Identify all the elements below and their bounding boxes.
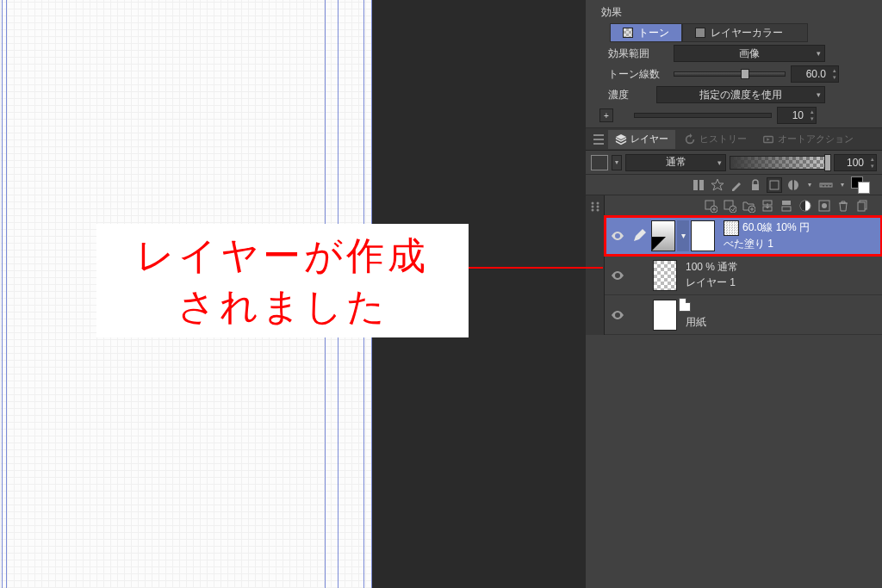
new-folder-icon[interactable] [741,198,756,214]
layer-color-swatch[interactable] [591,155,608,170]
visibility-toggle[interactable] [605,270,630,281]
reference-layer-icon[interactable] [710,177,725,193]
merge-down-icon[interactable] [779,198,794,214]
annotation-text-1: レイヤーが作成 [136,230,429,281]
tab-layer-color[interactable]: レイヤーカラー [682,23,808,42]
density-dropdown[interactable]: 指定の濃度を使用 [656,86,825,103]
tone-lines-label: トーン線数 [608,67,668,82]
opacity-field[interactable]: 100 ▴▾ [834,154,877,171]
layer-list: ▾ 60.0線 10% 円 べた塗り 1 [605,216,882,335]
history-icon [684,133,696,145]
svg-point-10 [591,206,593,208]
new-vector-layer-icon[interactable] [722,198,737,214]
layer-panel-sidebar [586,195,605,335]
tab-tone[interactable]: トーン [610,23,682,42]
layer-thumbnail[interactable] [653,300,677,331]
transfer-down-icon[interactable] [760,198,775,214]
lock-icon[interactable] [748,177,763,193]
density-label: 濃度 [608,88,651,102]
layer-tone-info: 60.0線 10% 円 [742,220,810,235]
ruler-toggle-icon[interactable] [818,177,834,193]
mask-enable-icon[interactable] [786,177,801,193]
effects-heading: 効果 [601,5,662,20]
svg-rect-3 [752,184,759,190]
layer-row-raster[interactable]: 100 % 通常 レイヤー 1 [605,256,882,295]
layer-thumbnail[interactable] [653,260,677,291]
panel-menu-icon[interactable] [591,132,606,147]
angle-slider[interactable] [634,113,772,118]
visibility-toggle[interactable] [605,310,630,320]
slider-knob[interactable] [824,154,831,171]
annotation-text-2: されました [177,281,388,331]
blend-mode-value: 通常 [666,155,686,170]
effects-tabs: トーン レイヤーカラー [610,23,808,42]
svg-rect-27 [858,202,865,211]
properties-panel: 効果 トーン レイヤーカラー 効果範囲 画像 トーン線数 [586,0,882,588]
spinner-icon[interactable]: ▴▾ [811,108,814,122]
autoaction-icon [762,133,774,145]
tab-autoaction-label: オートアクション [778,133,854,145]
layer-name[interactable]: 用紙 [686,315,882,330]
panel-grip-icon[interactable] [587,199,603,214]
tab-history-panel[interactable]: ヒストリー [677,130,754,149]
guide-line [2,0,7,588]
paper-type-icon [679,298,691,312]
svg-point-25 [822,203,827,208]
layer-name[interactable]: べた塗り 1 [724,237,882,251]
edit-target-icon[interactable] [630,220,648,251]
tone-lines-field[interactable]: 60.0 ▴▾ [791,65,839,83]
eye-icon [611,231,624,241]
new-raster-layer-icon[interactable] [703,198,718,214]
annotation-leader-line [469,267,603,269]
mask-thumbnail[interactable] [691,220,715,251]
delete-layer-icon[interactable] [835,198,851,214]
visibility-toggle[interactable] [605,231,630,241]
layer-thumbnail[interactable] [651,220,675,251]
tab-autoaction-panel[interactable]: オートアクション [755,130,860,149]
tab-history-label: ヒストリー [699,133,747,145]
apply-mask-icon[interactable] [817,198,832,214]
layers-icon [615,133,627,145]
link-indicator-icon[interactable]: ▾ [677,220,689,251]
panel-tab-bar: レイヤー ヒストリー オートアクション [586,128,882,151]
layer-lock-toolbar: ▾ ▾ [586,175,882,195]
svg-rect-1 [693,180,698,190]
opacity-slider[interactable] [730,156,830,170]
expand-button[interactable]: + [599,108,613,122]
chevron-down-icon[interactable]: ▾ [837,177,848,193]
layer-opacity-mode: 100 % 通常 [686,260,882,275]
slider-knob[interactable] [741,69,749,79]
clip-mask-icon[interactable] [691,177,706,193]
svg-rect-6 [792,180,794,190]
tone-swatch-icon [623,28,633,38]
layer-row-fill[interactable]: ▾ 60.0線 10% 円 べた塗り 1 [605,216,882,256]
layer-color-icon[interactable] [851,176,870,194]
effect-range-dropdown[interactable]: 画像 [674,45,825,62]
svg-rect-21 [782,201,791,205]
layer-row-paper[interactable]: 用紙 [605,295,882,335]
panel-empty-area [586,335,882,507]
swatch-menu-chevron[interactable]: ▾ [612,155,622,170]
layer-name[interactable]: レイヤー 1 [686,275,882,290]
tab-layercolor-label: レイヤーカラー [711,26,783,40]
svg-rect-2 [699,180,704,190]
angle-field[interactable]: 10 ▴▾ [777,107,817,124]
tab-layer-panel[interactable]: レイヤー [608,130,675,149]
eye-icon [611,270,624,281]
svg-point-11 [596,206,599,208]
effect-range-value: 画像 [739,46,760,61]
svg-point-12 [591,209,593,212]
lock-group-icon[interactable] [767,177,782,193]
tone-lines-slider[interactable] [674,71,786,77]
create-mask-icon[interactable] [798,198,813,214]
duplicate-layer-icon[interactable] [854,198,870,214]
draft-layer-icon[interactable] [729,177,744,193]
svg-point-13 [596,209,599,212]
blend-mode-dropdown[interactable]: 通常 [625,154,726,171]
effect-range-label: 効果範囲 [608,46,668,61]
chevron-down-icon[interactable]: ▾ [804,177,815,193]
eye-icon [611,310,624,320]
spinner-icon[interactable]: ▴▾ [871,156,874,170]
spinner-icon[interactable]: ▴▾ [833,67,836,81]
density-value: 指定の濃度を使用 [699,88,782,102]
